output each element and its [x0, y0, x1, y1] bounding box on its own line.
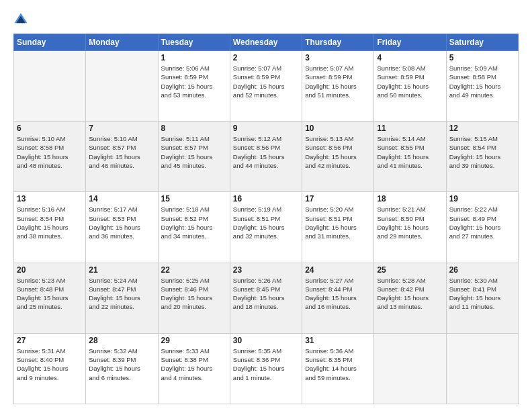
day-number: 12 [449, 124, 515, 133]
day-info: Sunrise: 5:36 AMSunset: 8:35 PMDaylight:… [305, 347, 371, 382]
calendar-week-row: 6Sunrise: 5:10 AMSunset: 8:58 PMDaylight… [14, 122, 519, 192]
calendar-day-cell: 7Sunrise: 5:10 AMSunset: 8:57 PMDaylight… [86, 122, 158, 192]
day-number: 2 [233, 53, 299, 62]
calendar-day-cell: 15Sunrise: 5:18 AMSunset: 8:52 PMDayligh… [158, 192, 230, 263]
day-number: 19 [449, 194, 515, 203]
calendar-day-cell: 30Sunrise: 5:35 AMSunset: 8:36 PMDayligh… [230, 333, 302, 404]
day-number: 30 [233, 336, 299, 345]
calendar-day-cell: 17Sunrise: 5:20 AMSunset: 8:51 PMDayligh… [302, 192, 374, 263]
logo [13, 12, 31, 27]
day-info: Sunrise: 5:18 AMSunset: 8:52 PMDaylight:… [161, 205, 227, 240]
calendar-day-cell: 22Sunrise: 5:25 AMSunset: 8:46 PMDayligh… [158, 263, 230, 333]
calendar-day-cell: 19Sunrise: 5:22 AMSunset: 8:49 PMDayligh… [446, 192, 518, 263]
day-info: Sunrise: 5:20 AMSunset: 8:51 PMDaylight:… [305, 205, 371, 240]
day-number: 28 [89, 336, 154, 345]
day-number: 20 [17, 265, 83, 275]
day-number: 25 [377, 265, 443, 275]
day-number: 10 [305, 124, 371, 133]
day-number: 16 [233, 194, 299, 203]
calendar-day-cell: 4Sunrise: 5:08 AMSunset: 8:59 PMDaylight… [374, 51, 446, 122]
day-info: Sunrise: 5:16 AMSunset: 8:54 PMDaylight:… [17, 205, 83, 240]
calendar-header-row: SundayMondayTuesdayWednesdayThursdayFrid… [14, 34, 519, 51]
day-number: 22 [161, 265, 227, 275]
calendar-day-cell: 21Sunrise: 5:24 AMSunset: 8:47 PMDayligh… [86, 263, 158, 333]
day-info: Sunrise: 5:07 AMSunset: 8:59 PMDaylight:… [233, 64, 299, 99]
day-info: Sunrise: 5:06 AMSunset: 8:59 PMDaylight:… [161, 64, 227, 99]
calendar-weekday-header: Tuesday [158, 34, 230, 51]
day-info: Sunrise: 5:25 AMSunset: 8:46 PMDaylight:… [161, 276, 227, 312]
day-number: 31 [305, 336, 371, 345]
calendar-day-cell [14, 51, 86, 122]
calendar-week-row: 1Sunrise: 5:06 AMSunset: 8:59 PMDaylight… [14, 51, 519, 122]
calendar-table: SundayMondayTuesdayWednesdayThursdayFrid… [13, 34, 519, 404]
calendar-day-cell: 28Sunrise: 5:32 AMSunset: 8:39 PMDayligh… [86, 333, 158, 404]
calendar-day-cell: 5Sunrise: 5:09 AMSunset: 8:58 PMDaylight… [446, 51, 518, 122]
calendar-day-cell: 18Sunrise: 5:21 AMSunset: 8:50 PMDayligh… [374, 192, 446, 263]
day-info: Sunrise: 5:10 AMSunset: 8:58 PMDaylight:… [17, 134, 83, 170]
day-info: Sunrise: 5:15 AMSunset: 8:54 PMDaylight:… [449, 134, 515, 170]
page: SundayMondayTuesdayWednesdayThursdayFrid… [0, 0, 532, 411]
day-number: 6 [17, 124, 83, 133]
day-info: Sunrise: 5:22 AMSunset: 8:49 PMDaylight:… [449, 205, 515, 240]
day-info: Sunrise: 5:19 AMSunset: 8:51 PMDaylight:… [233, 205, 299, 240]
day-number: 26 [449, 265, 515, 275]
calendar-day-cell: 9Sunrise: 5:12 AMSunset: 8:56 PMDaylight… [230, 122, 302, 192]
day-info: Sunrise: 5:07 AMSunset: 8:59 PMDaylight:… [305, 64, 371, 99]
day-number: 7 [89, 124, 154, 133]
day-info: Sunrise: 5:32 AMSunset: 8:39 PMDaylight:… [89, 347, 154, 382]
day-info: Sunrise: 5:30 AMSunset: 8:41 PMDaylight:… [449, 276, 515, 312]
day-info: Sunrise: 5:23 AMSunset: 8:48 PMDaylight:… [17, 276, 83, 312]
calendar-weekday-header: Monday [86, 34, 158, 51]
day-number: 14 [89, 194, 154, 203]
calendar-day-cell: 16Sunrise: 5:19 AMSunset: 8:51 PMDayligh… [230, 192, 302, 263]
day-info: Sunrise: 5:09 AMSunset: 8:58 PMDaylight:… [449, 64, 515, 99]
day-info: Sunrise: 5:31 AMSunset: 8:40 PMDaylight:… [17, 347, 83, 382]
calendar-day-cell: 26Sunrise: 5:30 AMSunset: 8:41 PMDayligh… [446, 263, 518, 333]
day-number: 27 [17, 336, 83, 345]
day-info: Sunrise: 5:12 AMSunset: 8:56 PMDaylight:… [233, 134, 299, 170]
day-number: 18 [377, 194, 443, 203]
day-number: 29 [161, 336, 227, 345]
day-info: Sunrise: 5:21 AMSunset: 8:50 PMDaylight:… [377, 205, 443, 240]
calendar-day-cell: 14Sunrise: 5:17 AMSunset: 8:53 PMDayligh… [86, 192, 158, 263]
calendar-day-cell [374, 333, 446, 404]
calendar-weekday-header: Sunday [14, 34, 86, 51]
calendar-day-cell: 6Sunrise: 5:10 AMSunset: 8:58 PMDaylight… [14, 122, 86, 192]
day-number: 1 [161, 53, 227, 62]
day-info: Sunrise: 5:33 AMSunset: 8:38 PMDaylight:… [161, 347, 227, 382]
calendar-day-cell: 13Sunrise: 5:16 AMSunset: 8:54 PMDayligh… [14, 192, 86, 263]
calendar-day-cell: 24Sunrise: 5:27 AMSunset: 8:44 PMDayligh… [302, 263, 374, 333]
day-number: 17 [305, 194, 371, 203]
day-number: 13 [17, 194, 83, 203]
calendar-day-cell: 3Sunrise: 5:07 AMSunset: 8:59 PMDaylight… [302, 51, 374, 122]
calendar-week-row: 20Sunrise: 5:23 AMSunset: 8:48 PMDayligh… [14, 263, 519, 333]
day-info: Sunrise: 5:13 AMSunset: 8:56 PMDaylight:… [305, 134, 371, 170]
day-info: Sunrise: 5:14 AMSunset: 8:55 PMDaylight:… [377, 134, 443, 170]
day-info: Sunrise: 5:27 AMSunset: 8:44 PMDaylight:… [305, 276, 371, 312]
day-number: 3 [305, 53, 371, 62]
day-number: 9 [233, 124, 299, 133]
calendar-day-cell: 20Sunrise: 5:23 AMSunset: 8:48 PMDayligh… [14, 263, 86, 333]
calendar-week-row: 27Sunrise: 5:31 AMSunset: 8:40 PMDayligh… [14, 333, 519, 404]
day-number: 5 [449, 53, 515, 62]
calendar-day-cell: 11Sunrise: 5:14 AMSunset: 8:55 PMDayligh… [374, 122, 446, 192]
day-info: Sunrise: 5:17 AMSunset: 8:53 PMDaylight:… [89, 205, 154, 240]
day-number: 15 [161, 194, 227, 203]
day-info: Sunrise: 5:10 AMSunset: 8:57 PMDaylight:… [89, 134, 154, 170]
calendar-day-cell: 8Sunrise: 5:11 AMSunset: 8:57 PMDaylight… [158, 122, 230, 192]
day-info: Sunrise: 5:11 AMSunset: 8:57 PMDaylight:… [161, 134, 227, 170]
day-number: 23 [233, 265, 299, 275]
calendar-weekday-header: Wednesday [230, 34, 302, 51]
logo-icon [13, 12, 28, 27]
calendar-weekday-header: Thursday [302, 34, 374, 51]
calendar-day-cell: 23Sunrise: 5:26 AMSunset: 8:45 PMDayligh… [230, 263, 302, 333]
day-number: 21 [89, 265, 154, 275]
day-number: 11 [377, 124, 443, 133]
calendar-day-cell: 12Sunrise: 5:15 AMSunset: 8:54 PMDayligh… [446, 122, 518, 192]
calendar-day-cell: 25Sunrise: 5:28 AMSunset: 8:42 PMDayligh… [374, 263, 446, 333]
day-number: 4 [377, 53, 443, 62]
day-info: Sunrise: 5:08 AMSunset: 8:59 PMDaylight:… [377, 64, 443, 99]
calendar-weekday-header: Friday [374, 34, 446, 51]
calendar-day-cell: 10Sunrise: 5:13 AMSunset: 8:56 PMDayligh… [302, 122, 374, 192]
calendar-day-cell [86, 51, 158, 122]
